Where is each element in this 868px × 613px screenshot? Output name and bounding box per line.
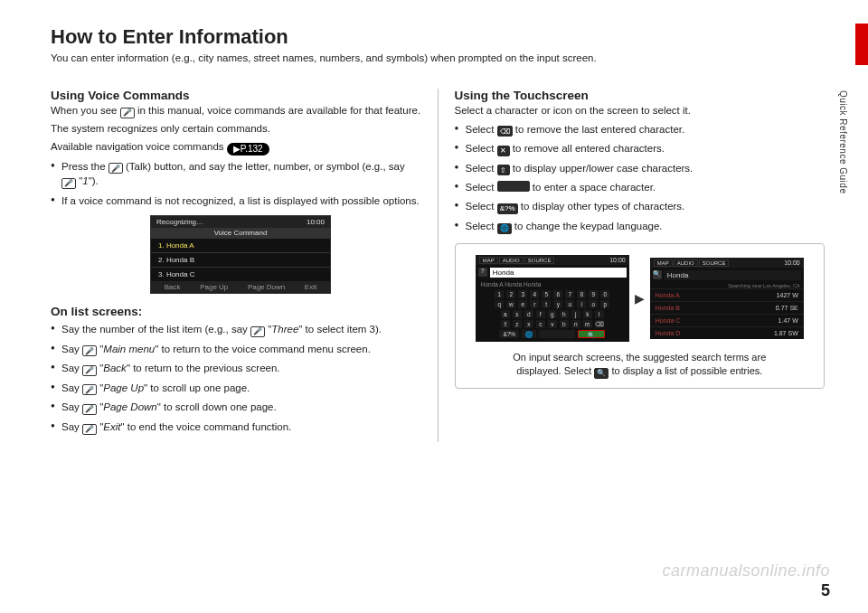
help-icon: ? xyxy=(478,268,487,277)
list-bullet: Say 🎤 "Page Down" to scroll down one pag… xyxy=(51,400,421,415)
voice-bullet-1: Press the 🎤 (Talk) button, and say the l… xyxy=(51,159,421,189)
talk-icon: 🎤 xyxy=(82,345,97,356)
search-key: 🔍 xyxy=(578,330,605,338)
nav-time: 10:00 xyxy=(784,259,800,266)
keyboard: 1234567890 qwertyuiop asdfghjkl ⇧zxcvbnm… xyxy=(476,288,629,342)
voice-para-1: The system recognizes only certain comma… xyxy=(51,122,421,137)
list-bullet: Say 🎤 "Main menu" to return to the voice… xyxy=(51,342,421,357)
talk-icon: 🎤 xyxy=(82,424,97,435)
search-icon: 🔍 xyxy=(594,368,609,379)
result-row: Honda C1.47 W xyxy=(650,314,804,326)
talk-icon: 🎤 xyxy=(250,326,265,337)
heading-list-screens: On list screens: xyxy=(51,305,421,318)
nav-time: 10:00 xyxy=(609,257,626,263)
screenshot-status: Recognizing… xyxy=(156,218,203,226)
touch-bullet: Select 🌐 to change the keypad language. xyxy=(455,219,826,234)
touch-bullet: Select ⌫ to remove the last entered char… xyxy=(455,122,826,137)
touch-bullet: Select ✕ to remove all entered character… xyxy=(455,141,826,156)
watermark: carmanualsonline.info xyxy=(662,561,830,580)
touch-bullet: Select &?% to display other types of cha… xyxy=(455,199,826,214)
talk-icon: 🎤 xyxy=(82,365,97,376)
backspace-icon: ⌫ xyxy=(497,126,513,137)
page-ref-pill: ▶P.132 xyxy=(227,143,269,156)
screenshot-time: 10:00 xyxy=(307,218,325,226)
results-screen: MAPAUDIOSOURCE 10:00 🔍 Honda Searching n… xyxy=(650,258,804,339)
symbols-key: &?% xyxy=(499,330,519,338)
shift-icon: ⇧ xyxy=(497,165,510,175)
space-key xyxy=(539,330,575,338)
talk-icon: 🎤 xyxy=(108,163,123,174)
voice-screenshot: Recognizing… 10:00 Voice Command 1. Hond… xyxy=(150,215,331,294)
touch-bullet: Select to enter a space character. xyxy=(455,180,826,194)
nav-tabs: MAPAUDIOSOURCE xyxy=(479,257,556,263)
search-field: Honda xyxy=(490,268,627,278)
touch-bullets: Select ⌫ to remove the last entered char… xyxy=(455,122,826,234)
talk-icon: 🎤 xyxy=(82,384,97,395)
figure-caption: On input search screens, the suggested s… xyxy=(465,351,816,379)
screenshot-item: 1. Honda A xyxy=(151,238,330,252)
screenshot-footer-btn: Page Down xyxy=(248,283,285,291)
list-bullet: Say the number of the list item (e.g., s… xyxy=(51,322,421,337)
talk-icon: 🎤 xyxy=(120,108,135,118)
heading-touchscreen: Using the Touchscreen xyxy=(455,89,826,102)
screenshot-title: Voice Command xyxy=(151,228,330,238)
arrow-icon: ▶ xyxy=(635,291,645,306)
side-section-label: Quick Reference Guide xyxy=(838,90,848,193)
side-tab xyxy=(855,24,868,65)
page-intro: You can enter information (e.g., city na… xyxy=(51,52,825,63)
voice-para-2: Available navigation voice commands ▶P.1… xyxy=(51,140,421,156)
suggest-row: Honda A Honda Honda xyxy=(476,280,629,288)
screenshot-footer-btn: Exit xyxy=(305,283,316,291)
screenshot-footer-btn: Page Up xyxy=(200,283,228,291)
voice-bullet-2: If a voice command is not recognized, a … xyxy=(51,193,421,208)
result-row: Honda D1.87 SW xyxy=(650,326,804,339)
page-number: 5 xyxy=(821,581,830,600)
list-bullet: Say 🎤 "Back" to return to the previous s… xyxy=(51,361,421,376)
list-bullets: Say the number of the list item (e.g., s… xyxy=(51,322,421,435)
heading-voice-commands: Using Voice Commands xyxy=(51,89,421,102)
list-bullet: Say 🎤 "Page Up" to scroll up one page. xyxy=(51,381,421,396)
left-column: Using Voice Commands When you see 🎤 in t… xyxy=(51,89,438,442)
touch-sub: Select a character or icon on the screen… xyxy=(455,104,826,118)
symbols-icon: &?% xyxy=(497,203,518,214)
right-column: Using the Touchscreen Select a character… xyxy=(438,89,826,442)
touch-bullet: Select ⇧ to display upper/lower case cha… xyxy=(455,161,826,176)
globe-icon: 🌐 xyxy=(497,223,512,234)
list-bullet: Say 🎤 "Exit" to end the voice command fu… xyxy=(51,420,421,435)
screenshot-item: 2. Honda B xyxy=(151,252,330,267)
screenshot-item: 3. Honda C xyxy=(151,267,330,281)
search-icon: 🔍 xyxy=(653,270,662,279)
clear-icon: ✕ xyxy=(497,146,510,156)
talk-icon: 🎤 xyxy=(82,404,97,415)
touchscreen-figure: MAPAUDIOSOURCE 10:00 ? Honda Honda A Hon… xyxy=(455,243,826,389)
keyboard-screen: MAPAUDIOSOURCE 10:00 ? Honda Honda A Hon… xyxy=(476,255,629,342)
space-icon xyxy=(497,181,530,192)
voice-sub: When you see 🎤 in this manual, voice com… xyxy=(51,104,421,118)
screenshot-footer-btn: Back xyxy=(165,283,181,291)
voice-bullets: Press the 🎤 (Talk) button, and say the l… xyxy=(51,159,421,208)
nav-tabs: MAPAUDIOSOURCE xyxy=(654,259,731,266)
result-row: Honda B0.77 SE xyxy=(650,301,804,314)
result-row: Honda A1427 W xyxy=(650,288,804,301)
page-title: How to Enter Information xyxy=(51,25,825,49)
globe-key: 🌐 xyxy=(522,330,536,338)
talk-icon: 🎤 xyxy=(61,178,76,189)
search-field-result: Honda xyxy=(665,270,801,280)
